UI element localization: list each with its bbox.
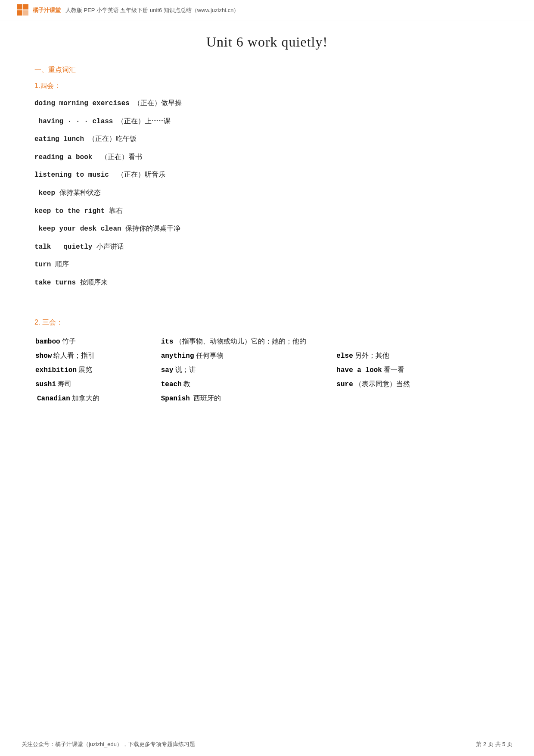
vocab-having-class: having · · · class （正在）上·······课 (34, 116, 500, 128)
vocab-else: else 另外；其他 (336, 349, 499, 362)
main-content: Unit 6 work quietly! 一、重点词汇 1.四会： doing … (0, 21, 534, 453)
vocab-have-a-look: have a look 看一看 (336, 363, 499, 377)
footer-left: 关注公众号：橘子汁课堂（juzizhi_edu），下载更多专项专题库练习题 (22, 740, 195, 748)
vocab-take-turns: take turns 按顺序来 (34, 277, 500, 289)
vocab-bamboo: bamboo 竹子 (35, 335, 160, 348)
vocab-canadian: Canadian 加拿大的 (35, 392, 160, 405)
subsection1-label: 1.四会： (34, 81, 500, 91)
vocab-teach: teach 教 (161, 378, 336, 391)
vocab-exhibition: exhibition 展览 (35, 363, 160, 377)
vocab-show: show 给人看；指引 (35, 349, 160, 362)
footer-right: 第 2 页 共 5 页 (476, 740, 512, 748)
vocab-listening-music: listening to music （正在）听音乐 (34, 169, 500, 181)
vocab-empty-1 (336, 335, 499, 348)
vocab-eating-lunch: eating lunch （正在）吃午饭 (34, 133, 500, 145)
vocab-doing-morning: doing morning exercises （正在）做早操 (34, 97, 500, 109)
header-bar: 橘子汁课堂 人教版 PEP 小学英语 五年级下册 unit6 知识点总结（www… (0, 0, 534, 21)
vocab-table-sanhui: bamboo 竹子 its （指事物、动物或幼儿）它的；她的；他的 show 给… (34, 334, 500, 406)
subsection2-label: 2. 三会： (34, 318, 500, 327)
table-row: exhibition 展览 say 说；讲 have a look 看一看 (35, 363, 499, 377)
vocab-empty-5 (336, 392, 499, 405)
vocab-turn: turn 顺序 (34, 259, 500, 271)
vocab-keep-desk: keep your desk clean 保持你的课桌干净 (34, 223, 500, 235)
svg-rect-1 (23, 4, 28, 9)
vocab-say: say 说；讲 (161, 363, 336, 377)
brand-name: 橘子汁课堂 (33, 7, 61, 13)
table-row: bamboo 竹子 its （指事物、动物或幼儿）它的；她的；他的 (35, 335, 499, 348)
vocab-reading-book: reading a book （正在）看书 (34, 151, 500, 163)
vocab-sushi: sushi 寿司 (35, 378, 160, 391)
section1-header: 一、重点词汇 (34, 66, 500, 75)
subsection1: 1.四会： doing morning exercises （正在）做早操 ha… (34, 81, 500, 289)
vocab-sure: sure （表示同意）当然 (336, 378, 499, 391)
table-row: show 给人看；指引 anything 任何事物 else 另外；其他 (35, 349, 499, 362)
svg-rect-3 (23, 10, 28, 16)
svg-rect-2 (17, 10, 22, 16)
footer: 关注公众号：橘子汁课堂（juzizhi_edu），下载更多专项专题库练习题 第 … (0, 740, 534, 748)
svg-rect-0 (17, 4, 22, 9)
page-title: Unit 6 work quietly! (34, 34, 500, 50)
table-row: Canadian 加拿大的 Spanish 西班牙的 (35, 392, 499, 405)
vocab-keep: keep 保持某种状态 (34, 187, 500, 199)
logo-icon (17, 4, 29, 16)
vocab-spanish: Spanish 西班牙的 (161, 392, 336, 405)
vocab-keep-right: keep to the right 靠右 (34, 205, 500, 217)
header-text: 橘子汁课堂 人教版 PEP 小学英语 五年级下册 unit6 知识点总结（www… (33, 6, 239, 14)
vocab-anything: anything 任何事物 (161, 349, 336, 362)
subsection2: 2. 三会： bamboo 竹子 its （指事物、动物或幼儿）它的；她的；他的 (34, 318, 500, 406)
table-row: sushi 寿司 teach 教 sure （表示同意）当然 (35, 378, 499, 391)
vocab-its: its （指事物、动物或幼儿）它的；她的；他的 (161, 335, 336, 348)
vocab-talk-quietly: talk quietly 小声讲话 (34, 241, 500, 253)
header-subtitle: 人教版 PEP 小学英语 五年级下册 unit6 知识点总结（www.juziz… (65, 7, 239, 13)
